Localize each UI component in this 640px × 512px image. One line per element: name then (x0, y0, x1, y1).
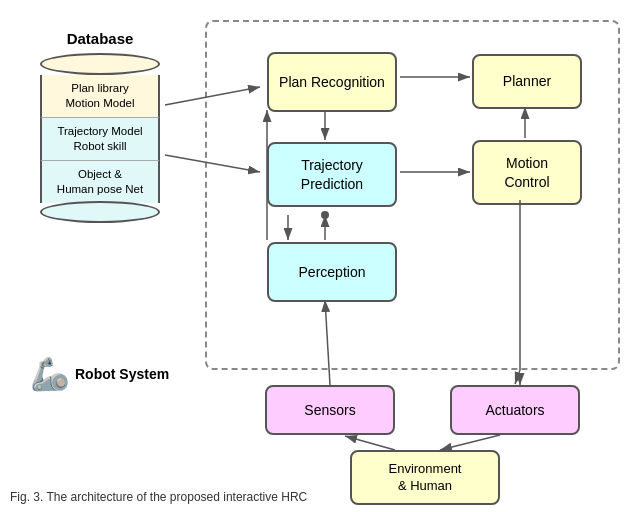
robot-label: Robot System (75, 366, 169, 382)
main-box: Plan Recognition Planner TrajectoryPredi… (205, 20, 620, 370)
motion-control-node: MotionControl (472, 140, 582, 205)
sensors-node: Sensors (265, 385, 395, 435)
caption: Fig. 3. The architecture of the proposed… (10, 490, 307, 504)
cylinder-section-object: Object &Human pose Net (40, 161, 160, 203)
svg-line-12 (345, 436, 395, 450)
cylinder-section-trajectory: Trajectory ModelRobot skill (40, 118, 160, 161)
actuators-node: Actuators (450, 385, 580, 435)
cylinder-top (40, 53, 160, 75)
plan-recognition-node: Plan Recognition (267, 52, 397, 112)
perception-node: Perception (267, 242, 397, 302)
database-section: Database Plan libraryMotion Model Trajec… (20, 30, 180, 223)
robot-section: 🦾 Robot System (30, 355, 169, 393)
trajectory-node: TrajectoryPrediction (267, 142, 397, 207)
planner-node: Planner (472, 54, 582, 109)
environment-node: Environment& Human (350, 450, 500, 505)
sensors-label: Sensors (304, 402, 355, 418)
diagram-container: Database Plan libraryMotion Model Trajec… (10, 10, 630, 470)
svg-line-16 (515, 370, 520, 384)
robot-icon: 🦾 (30, 355, 70, 393)
planner-label: Planner (503, 72, 551, 90)
plan-recognition-label: Plan Recognition (279, 73, 385, 91)
cylinder: Plan libraryMotion Model Trajectory Mode… (40, 53, 160, 223)
perception-label: Perception (299, 263, 366, 281)
cylinder-bottom (40, 201, 160, 223)
trajectory-label: TrajectoryPrediction (301, 156, 363, 192)
motion-control-label: MotionControl (504, 154, 549, 190)
cylinder-section-plans: Plan libraryMotion Model (40, 75, 160, 118)
actuators-label: Actuators (485, 402, 544, 418)
environment-label: Environment& Human (389, 461, 462, 495)
svg-line-13 (440, 435, 500, 450)
database-title: Database (20, 30, 180, 47)
